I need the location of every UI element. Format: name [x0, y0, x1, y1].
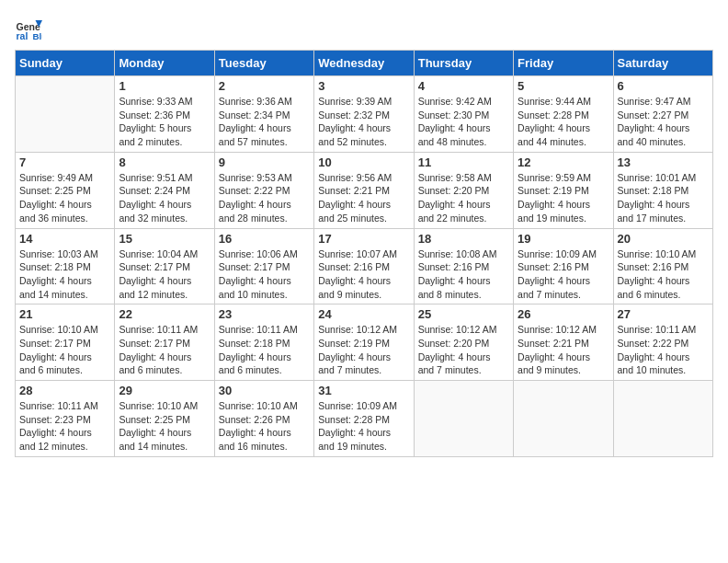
calendar-cell: 25Sunrise: 10:12 AM Sunset: 2:20 PM Dayl…	[414, 304, 513, 381]
calendar-cell: 31Sunrise: 10:09 AM Sunset: 2:28 PM Dayl…	[314, 381, 414, 457]
calendar-week-2: 7Sunrise: 9:49 AM Sunset: 2:25 PM Daylig…	[16, 152, 713, 228]
day-number: 9	[219, 155, 310, 169]
calendar-cell: 24Sunrise: 10:12 AM Sunset: 2:19 PM Dayl…	[314, 304, 414, 381]
calendar-cell: 14Sunrise: 10:03 AM Sunset: 2:18 PM Dayl…	[16, 228, 115, 304]
calendar-cell: 11Sunrise: 9:58 AM Sunset: 2:20 PM Dayli…	[414, 152, 513, 228]
cell-text: Sunrise: 10:09 AM Sunset: 2:16 PM Daylig…	[518, 247, 609, 302]
day-number: 12	[518, 155, 609, 169]
calendar-header-friday: Friday	[514, 51, 613, 76]
calendar-cell: 22Sunrise: 10:11 AM Sunset: 2:17 PM Dayl…	[115, 304, 214, 381]
svg-text:ral: ral	[17, 30, 28, 41]
calendar-cell: 1Sunrise: 9:33 AM Sunset: 2:36 PM Daylig…	[115, 76, 214, 153]
calendar-week-4: 21Sunrise: 10:10 AM Sunset: 2:17 PM Dayl…	[16, 304, 713, 381]
day-number: 11	[418, 155, 509, 169]
calendar-header-monday: Monday	[115, 51, 214, 76]
cell-text: Sunrise: 10:11 AM Sunset: 2:23 PM Daylig…	[19, 399, 110, 454]
cell-text: Sunrise: 10:10 AM Sunset: 2:16 PM Daylig…	[618, 247, 709, 302]
cell-text: Sunrise: 10:03 AM Sunset: 2:18 PM Daylig…	[19, 247, 110, 302]
logo-icon: Gene ral Blue	[15, 15, 42, 42]
cell-text: Sunrise: 10:08 AM Sunset: 2:16 PM Daylig…	[418, 247, 509, 302]
cell-text: Sunrise: 9:47 AM Sunset: 2:27 PM Dayligh…	[618, 95, 709, 149]
day-number: 14	[19, 232, 110, 246]
day-number: 18	[418, 232, 509, 246]
day-number: 23	[219, 307, 310, 321]
calendar-cell: 20Sunrise: 10:10 AM Sunset: 2:16 PM Dayl…	[613, 228, 712, 304]
cell-text: Sunrise: 10:07 AM Sunset: 2:16 PM Daylig…	[318, 247, 409, 302]
logo: Gene ral Blue	[15, 15, 46, 42]
calendar-cell: 29Sunrise: 10:10 AM Sunset: 2:25 PM Dayl…	[115, 381, 214, 457]
cell-text: Sunrise: 9:44 AM Sunset: 2:28 PM Dayligh…	[518, 95, 609, 149]
cell-text: Sunrise: 10:11 AM Sunset: 2:22 PM Daylig…	[618, 323, 709, 377]
calendar-cell: 8Sunrise: 9:51 AM Sunset: 2:24 PM Daylig…	[115, 152, 214, 228]
calendar-table: SundayMondayTuesdayWednesdayThursdayFrid…	[15, 50, 713, 457]
day-number: 8	[119, 155, 210, 169]
page-header: Gene ral Blue	[15, 15, 713, 42]
cell-text: Sunrise: 9:33 AM Sunset: 2:36 PM Dayligh…	[119, 95, 210, 149]
cell-text: Sunrise: 10:11 AM Sunset: 2:18 PM Daylig…	[219, 323, 310, 377]
day-number: 1	[119, 79, 210, 93]
calendar-cell	[514, 381, 613, 457]
calendar-cell: 2Sunrise: 9:36 AM Sunset: 2:34 PM Daylig…	[214, 76, 313, 153]
day-number: 31	[318, 384, 409, 397]
cell-text: Sunrise: 10:11 AM Sunset: 2:17 PM Daylig…	[119, 323, 210, 377]
calendar-week-3: 14Sunrise: 10:03 AM Sunset: 2:18 PM Dayl…	[16, 228, 713, 304]
day-number: 30	[219, 384, 310, 397]
cell-text: Sunrise: 9:59 AM Sunset: 2:19 PM Dayligh…	[518, 171, 609, 225]
day-number: 29	[119, 384, 210, 397]
svg-text:Blue: Blue	[33, 31, 43, 41]
calendar-cell: 27Sunrise: 10:11 AM Sunset: 2:22 PM Dayl…	[613, 304, 712, 381]
cell-text: Sunrise: 10:10 AM Sunset: 2:17 PM Daylig…	[19, 323, 110, 377]
day-number: 26	[518, 307, 609, 321]
cell-text: Sunrise: 9:51 AM Sunset: 2:24 PM Dayligh…	[119, 171, 210, 225]
day-number: 7	[19, 155, 110, 169]
calendar-cell: 26Sunrise: 10:12 AM Sunset: 2:21 PM Dayl…	[514, 304, 613, 381]
calendar-cell: 5Sunrise: 9:44 AM Sunset: 2:28 PM Daylig…	[514, 76, 613, 153]
calendar-header-row: SundayMondayTuesdayWednesdayThursdayFrid…	[16, 51, 713, 76]
day-number: 15	[119, 232, 210, 246]
day-number: 16	[219, 232, 310, 246]
cell-text: Sunrise: 10:09 AM Sunset: 2:28 PM Daylig…	[318, 399, 409, 454]
cell-text: Sunrise: 9:39 AM Sunset: 2:32 PM Dayligh…	[318, 95, 409, 149]
calendar-cell: 4Sunrise: 9:42 AM Sunset: 2:30 PM Daylig…	[414, 76, 513, 153]
day-number: 13	[618, 155, 709, 169]
calendar-cell: 23Sunrise: 10:11 AM Sunset: 2:18 PM Dayl…	[214, 304, 313, 381]
calendar-cell	[16, 76, 115, 153]
day-number: 6	[618, 79, 709, 93]
day-number: 3	[318, 79, 409, 93]
calendar-cell: 6Sunrise: 9:47 AM Sunset: 2:27 PM Daylig…	[613, 76, 712, 153]
day-number: 4	[418, 79, 509, 93]
day-number: 21	[19, 307, 110, 321]
calendar-cell: 21Sunrise: 10:10 AM Sunset: 2:17 PM Dayl…	[16, 304, 115, 381]
calendar-cell	[613, 381, 712, 457]
cell-text: Sunrise: 9:53 AM Sunset: 2:22 PM Dayligh…	[219, 171, 310, 225]
day-number: 10	[318, 155, 409, 169]
calendar-cell: 7Sunrise: 9:49 AM Sunset: 2:25 PM Daylig…	[16, 152, 115, 228]
day-number: 5	[518, 79, 609, 93]
calendar-week-5: 28Sunrise: 10:11 AM Sunset: 2:23 PM Dayl…	[16, 381, 713, 457]
calendar-cell: 17Sunrise: 10:07 AM Sunset: 2:16 PM Dayl…	[314, 228, 414, 304]
calendar-cell: 15Sunrise: 10:04 AM Sunset: 2:17 PM Dayl…	[115, 228, 214, 304]
calendar-cell: 13Sunrise: 10:01 AM Sunset: 2:18 PM Dayl…	[613, 152, 712, 228]
day-number: 22	[119, 307, 210, 321]
cell-text: Sunrise: 10:04 AM Sunset: 2:17 PM Daylig…	[119, 247, 210, 302]
cell-text: Sunrise: 10:12 AM Sunset: 2:21 PM Daylig…	[518, 323, 609, 377]
cell-text: Sunrise: 10:10 AM Sunset: 2:25 PM Daylig…	[119, 399, 210, 454]
cell-text: Sunrise: 10:12 AM Sunset: 2:20 PM Daylig…	[418, 323, 509, 377]
calendar-header-tuesday: Tuesday	[214, 51, 313, 76]
day-number: 2	[219, 79, 310, 93]
calendar-cell: 19Sunrise: 10:09 AM Sunset: 2:16 PM Dayl…	[514, 228, 613, 304]
cell-text: Sunrise: 10:10 AM Sunset: 2:26 PM Daylig…	[219, 399, 310, 454]
calendar-cell: 16Sunrise: 10:06 AM Sunset: 2:17 PM Dayl…	[214, 228, 313, 304]
calendar-cell	[414, 381, 513, 457]
calendar-header-saturday: Saturday	[613, 51, 712, 76]
cell-text: Sunrise: 9:49 AM Sunset: 2:25 PM Dayligh…	[19, 171, 110, 225]
cell-text: Sunrise: 9:36 AM Sunset: 2:34 PM Dayligh…	[219, 95, 310, 149]
day-number: 24	[318, 307, 409, 321]
calendar-cell: 30Sunrise: 10:10 AM Sunset: 2:26 PM Dayl…	[214, 381, 313, 457]
cell-text: Sunrise: 10:06 AM Sunset: 2:17 PM Daylig…	[219, 247, 310, 302]
cell-text: Sunrise: 9:42 AM Sunset: 2:30 PM Dayligh…	[418, 95, 509, 149]
calendar-cell: 12Sunrise: 9:59 AM Sunset: 2:19 PM Dayli…	[514, 152, 613, 228]
day-number: 25	[418, 307, 509, 321]
calendar-cell: 9Sunrise: 9:53 AM Sunset: 2:22 PM Daylig…	[214, 152, 313, 228]
calendar-cell: 18Sunrise: 10:08 AM Sunset: 2:16 PM Dayl…	[414, 228, 513, 304]
